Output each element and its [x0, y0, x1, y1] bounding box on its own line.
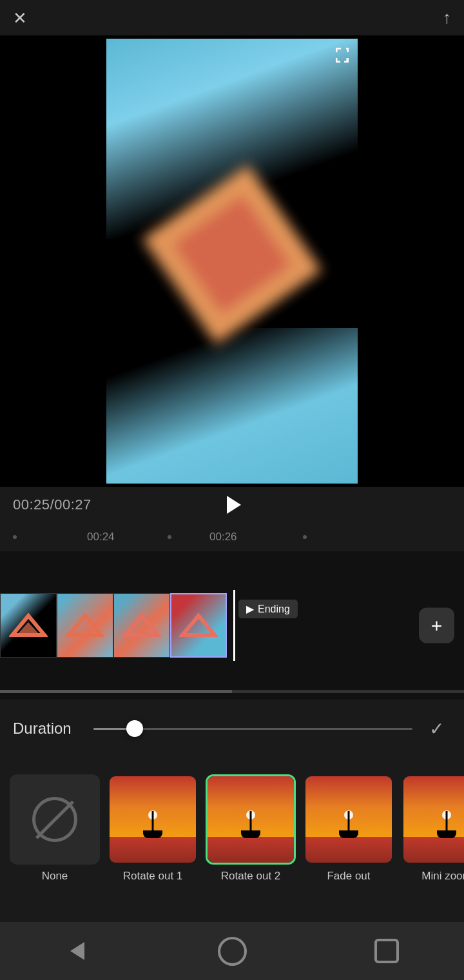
thumb-cell-1[interactable] — [0, 593, 57, 658]
track-thumbnails[interactable] — [0, 593, 227, 658]
video-preview — [0, 35, 464, 487]
close-button[interactable]: ✕ — [13, 10, 27, 26]
share-button[interactable]: ↑ — [443, 8, 451, 28]
home-icon — [218, 937, 247, 966]
sunset-img-3 — [305, 776, 392, 863]
boat-3 — [339, 812, 358, 838]
timeline-track: ▶ Ending + — [0, 590, 464, 661]
effect-mini-zoom[interactable]: Mini zoom — [401, 774, 464, 883]
effect-none-label: None — [42, 870, 68, 883]
video-canvas — [106, 39, 358, 484]
ending-label: Ending — [258, 603, 290, 615]
ruler-dot-2 — [168, 535, 171, 539]
timeline-ruler: 00:24 00:26 — [0, 522, 464, 551]
effect-rotate-out-2-label: Rotate out 2 — [221, 870, 281, 883]
recents-icon — [374, 939, 399, 963]
home-button[interactable] — [215, 934, 250, 969]
effect-fade-out[interactable]: Fade out — [304, 774, 394, 883]
thumb-img-3 — [114, 594, 169, 657]
confirm-button[interactable]: ✓ — [422, 714, 451, 743]
ending-icon: ▶ — [246, 603, 254, 615]
thumb-img-1 — [1, 594, 56, 657]
hull-4 — [437, 830, 456, 838]
play-icon — [227, 496, 241, 514]
sunset-img-1 — [110, 776, 196, 863]
effect-rotate-out-1-thumb — [108, 774, 198, 865]
recents-button[interactable] — [369, 934, 405, 969]
playhead — [233, 590, 235, 661]
thumb-cell-3[interactable] — [113, 593, 170, 658]
slider-thumb[interactable] — [126, 720, 143, 737]
svg-marker-2 — [69, 616, 101, 635]
effect-none[interactable]: None — [10, 774, 100, 883]
thumb-img-2 — [57, 594, 113, 657]
top-bar: ✕ ↑ — [0, 0, 464, 35]
ruler-dot-3 — [303, 535, 307, 539]
water-1 — [110, 837, 196, 863]
sunset-img-4 — [403, 776, 464, 863]
boat-1 — [143, 812, 162, 838]
mast-2 — [250, 811, 252, 832]
duration-label: Duration — [13, 720, 84, 738]
water-2 — [208, 837, 294, 863]
svg-marker-3 — [126, 616, 158, 635]
hull-2 — [241, 830, 260, 838]
effect-fade-out-label: Fade out — [327, 870, 370, 883]
time-display: 00:25/00:27 — [13, 496, 92, 513]
back-button[interactable] — [60, 934, 95, 969]
none-icon — [32, 797, 77, 842]
duration-section: Duration ✓ — [0, 700, 464, 758]
sunset-img-2 — [208, 776, 294, 863]
effect-fade-out-thumb — [304, 774, 394, 865]
hull-3 — [339, 830, 358, 838]
boat-4 — [437, 812, 456, 838]
total-time: 00:27 — [54, 496, 92, 513]
mast-3 — [348, 811, 350, 832]
thumb-cell-2[interactable] — [57, 593, 113, 658]
back-icon — [70, 942, 84, 960]
progress-bar-fill — [0, 690, 232, 693]
effect-rotate-out-1-label: Rotate out 1 — [123, 870, 183, 883]
thumb-img-4 — [171, 594, 226, 656]
hull-1 — [143, 830, 162, 838]
svg-marker-4 — [182, 616, 215, 635]
mast-4 — [446, 811, 448, 832]
water-3 — [305, 837, 392, 863]
ruler-dot — [13, 535, 17, 539]
water-4 — [403, 837, 464, 863]
effect-rotate-out-1[interactable]: Rotate out 1 — [108, 774, 198, 883]
effects-carousel: None Rotate out 1 — [0, 758, 464, 899]
duration-slider-container[interactable] — [93, 716, 412, 741]
ruler-time-2: 00:26 — [209, 531, 237, 544]
check-icon: ✓ — [429, 718, 444, 740]
bottom-nav — [0, 922, 464, 980]
progress-bar-track — [0, 690, 464, 693]
effect-mini-zoom-label: Mini zoom — [421, 870, 464, 883]
timeline-area: ▶ Ending + — [0, 551, 464, 700]
effect-none-thumb — [10, 774, 100, 865]
thumb-cell-4[interactable] — [170, 593, 227, 658]
ruler-time-1: 00:24 — [87, 531, 115, 544]
mast-1 — [152, 811, 154, 832]
ending-badge: ▶ Ending — [238, 600, 298, 618]
add-clip-button[interactable]: + — [419, 608, 454, 643]
playback-bar: 00:25/00:27 — [0, 487, 464, 522]
current-time: 00:25 — [13, 496, 50, 513]
effect-mini-zoom-thumb — [401, 774, 464, 865]
effect-rotate-out-2[interactable]: Rotate out 2 — [206, 774, 296, 883]
expand-icon[interactable] — [333, 45, 351, 67]
boat-2 — [241, 812, 260, 838]
effect-rotate-out-2-thumb — [206, 774, 296, 865]
play-button[interactable] — [219, 492, 245, 518]
